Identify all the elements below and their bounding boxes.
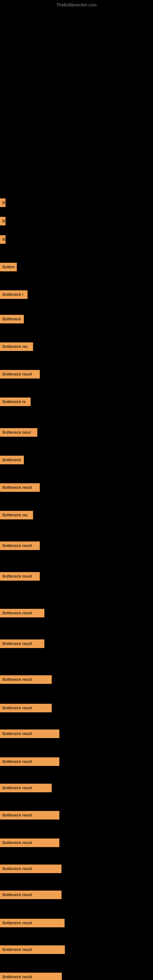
bottleneck-bar: Bottleneck resul [0, 428, 37, 437]
bottleneck-bar: Bottleneck result [0, 865, 62, 873]
bottleneck-bar: Bottleneck result [0, 945, 65, 954]
bottleneck-bar: B [0, 199, 5, 207]
bottleneck-bar: Bottleneck result [0, 370, 40, 379]
bottleneck-bar: Bottleneck result [0, 704, 52, 712]
bottleneck-bar: Bottleneck result [0, 757, 59, 766]
bottleneck-bar: Bottleneck result [0, 609, 45, 617]
bottleneck-bar: Bottleneck res [0, 342, 33, 351]
bottleneck-bar: Bottleneck result [0, 973, 62, 980]
bottleneck-bar: Bottleneck result [0, 572, 40, 581]
bottleneck-bar: Bottleneck [0, 456, 24, 464]
bottleneck-bar: B [0, 217, 5, 225]
bottleneck-bar: Bottleneck result [0, 891, 62, 899]
bottleneck-bar: Bottleneck result [0, 838, 59, 847]
bottleneck-bar: Bottleneck result [0, 811, 59, 819]
site-title: TheBottlenecker.com [0, 0, 153, 9]
bottleneck-bar: B [0, 235, 5, 244]
bottleneck-bar: Bottleneck result [0, 919, 65, 928]
bottleneck-bar: Bottleneck result [0, 541, 40, 550]
bottleneck-bar: Bottleneck re [0, 398, 30, 406]
bottleneck-bar: Bottleneck [0, 315, 24, 323]
bottleneck-bar: Bottleneck result [0, 483, 40, 492]
bottleneck-bar: Bottleneck res [0, 511, 33, 519]
bottleneck-bar: Bottleneck result [0, 784, 52, 792]
bottleneck-bar: Bottleneck r [0, 290, 27, 299]
bottleneck-bar: Bottlen [0, 263, 17, 271]
bottleneck-bar: Bottleneck result [0, 730, 59, 738]
bottleneck-bar: Bottleneck result [0, 675, 52, 684]
bottleneck-bar: Bottleneck result [0, 640, 45, 648]
